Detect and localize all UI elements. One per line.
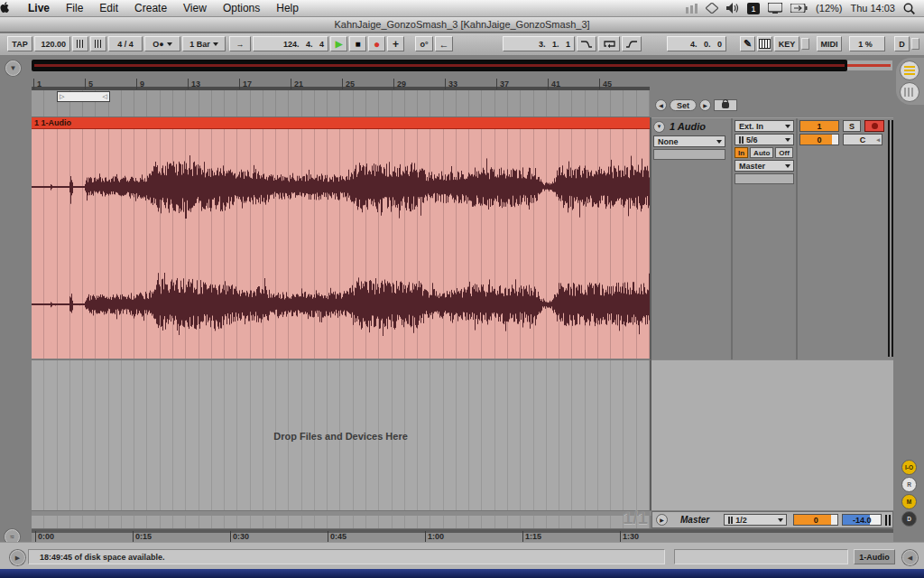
record-icon: ● <box>374 38 380 51</box>
record-button[interactable]: ● <box>368 36 385 51</box>
show-io-button[interactable]: I-O <box>901 460 917 475</box>
track-fold-button[interactable]: ▼ <box>653 121 665 133</box>
audio-to-dropdown[interactable]: Master <box>735 160 794 172</box>
clip-waveform-area[interactable] <box>32 129 650 359</box>
menu-live[interactable]: Live <box>20 0 58 17</box>
monitor-in-button[interactable]: In <box>735 147 748 158</box>
arrangement-position-field[interactable]: 124. 4. 4 <box>253 36 328 51</box>
tap-tempo-button[interactable]: TAP <box>7 36 32 51</box>
show-detail-view-button[interactable]: ◀ <box>902 550 918 565</box>
menu-options[interactable]: Options <box>215 0 268 17</box>
battery-icon[interactable] <box>790 4 808 13</box>
time-signature-field[interactable]: 4 / 4 <box>108 36 143 51</box>
solo-button[interactable]: S <box>843 120 861 132</box>
time-ruler[interactable]: 0:00 0:15 0:30 0:45 1:00 1:15 1:30 <box>32 528 893 543</box>
marker-lock-button[interactable] <box>714 99 737 111</box>
loop-brace[interactable]: ▷ ◁ <box>57 91 110 102</box>
master-fold-button[interactable]: ▶ <box>656 514 668 526</box>
arm-dot-icon <box>872 123 878 129</box>
time-label: 1:00 <box>425 531 444 542</box>
quantization-menu[interactable]: 1 Bar <box>182 36 226 51</box>
input-menu-icon[interactable]: 1 <box>747 3 760 14</box>
stop-button[interactable]: ■ <box>349 36 366 51</box>
apple-icon[interactable] <box>0 2 20 14</box>
next-icon: ▶ <box>703 102 707 108</box>
selected-track-button[interactable]: 1-Audio <box>854 549 895 564</box>
track-drop-zone[interactable]: Drop Files and Devices Here <box>32 359 651 511</box>
midi-map-button[interactable]: MIDI <box>817 36 842 51</box>
master-volume-field[interactable]: -14.0 <box>842 514 882 526</box>
volume-field[interactable]: 0 <box>799 134 839 145</box>
lane-chooser-dropdown[interactable]: None <box>653 135 725 147</box>
fold-arrangement-button[interactable]: ▼ <box>5 61 21 76</box>
audio-clip[interactable]: 1 1-Audio <box>32 117 651 359</box>
show-info-view-button[interactable]: ▶ <box>10 550 25 565</box>
menu-clock[interactable]: Thu 14:03 <box>850 3 895 14</box>
loop-start-handle-icon[interactable]: ▷ <box>60 93 64 100</box>
overdub-button[interactable]: + <box>387 36 404 51</box>
stop-icon: ■ <box>355 39 360 49</box>
menu-file[interactable]: File <box>58 0 91 17</box>
tempo-field[interactable]: 120.00 <box>34 36 70 51</box>
master-name[interactable]: Master <box>680 515 709 525</box>
groove-amount-button[interactable]: O● <box>144 36 180 51</box>
punch-out-button[interactable] <box>622 36 642 51</box>
back-to-arrangement-button[interactable]: ← <box>435 36 453 51</box>
loop-switch[interactable] <box>598 36 620 51</box>
punch-in-button[interactable] <box>577 36 596 51</box>
spotlight-icon[interactable] <box>903 3 915 14</box>
arrangement-overview[interactable] <box>32 60 847 71</box>
show-delay-button[interactable]: D <box>901 511 917 527</box>
pan-field[interactable]: C◂ <box>843 134 882 145</box>
show-returns-button[interactable]: R <box>901 477 917 492</box>
device-chooser-box[interactable] <box>653 149 725 160</box>
reenable-automation-button[interactable]: o° <box>415 36 433 51</box>
computer-midi-keyboard-button[interactable] <box>757 36 772 51</box>
beat-time-ruler[interactable]: 1 5 9 13 17 21 25 29 33 37 41 45 <box>32 78 650 90</box>
panel-drop-zone[interactable] <box>651 359 893 510</box>
play-button[interactable]: ▶ <box>330 36 347 51</box>
next-locator-button[interactable]: ▶ <box>699 99 711 111</box>
zoom-indicator: 1/1 <box>576 508 648 528</box>
menu-edit[interactable]: Edit <box>91 0 126 17</box>
master-pan-field[interactable]: 0 <box>793 514 838 526</box>
input-channel-dropdown[interactable]: 5/6 <box>735 134 794 145</box>
chevron-down-icon <box>716 140 722 144</box>
loop-length-field[interactable]: 4. 0. 0 <box>667 36 726 51</box>
menu-help[interactable]: Help <box>268 0 307 17</box>
airport-icon[interactable] <box>706 3 718 14</box>
channel-meter-icon <box>728 517 733 524</box>
arrangement-overview-tail[interactable] <box>847 61 892 70</box>
time-label: 0:45 <box>328 531 346 542</box>
show-mixer-button[interactable]: M <box>901 494 917 509</box>
volume-icon[interactable] <box>726 3 739 14</box>
prev-locator-button[interactable]: ◀ <box>655 99 667 111</box>
audio-from-dropdown[interactable]: Ext. In <box>735 120 794 132</box>
arm-button[interactable] <box>864 120 884 132</box>
session-view-button[interactable] <box>900 82 919 102</box>
set-locator-button[interactable]: Set <box>670 99 697 111</box>
sync-grid-icon[interactable] <box>686 4 698 14</box>
menu-view[interactable]: View <box>175 0 215 17</box>
nudge-down-button[interactable] <box>72 36 88 51</box>
displays-icon[interactable] <box>768 3 782 14</box>
monitor-auto-button[interactable]: Auto <box>750 147 773 158</box>
track-name[interactable]: 1 Audio <box>670 121 706 132</box>
status-aux-box <box>674 549 848 564</box>
draw-mode-button[interactable]: ✎ <box>740 36 755 51</box>
key-map-button[interactable]: KEY <box>774 36 799 51</box>
menu-create[interactable]: Create <box>126 0 175 17</box>
arrangement-lines-icon <box>904 73 915 75</box>
clip-title-bar[interactable]: 1 1-Audio <box>32 117 650 129</box>
cue-out-dropdown[interactable]: 1/2 <box>724 514 787 526</box>
loop-end-handle-icon[interactable]: ◁ <box>103 93 107 100</box>
scrub-area[interactable]: ▷ ◁ <box>32 90 650 117</box>
nudge-up-button[interactable] <box>90 36 106 51</box>
arrangement-view-button[interactable] <box>900 61 919 80</box>
loop-start-field[interactable]: 3. 1. 1 <box>503 36 575 51</box>
follow-button[interactable]: → <box>229 36 251 51</box>
monitor-off-button[interactable]: Off <box>775 147 793 158</box>
bar-number: 33 <box>445 79 457 89</box>
track-activator-button[interactable]: 1 <box>799 120 839 132</box>
time-label: 0:00 <box>35 531 54 542</box>
